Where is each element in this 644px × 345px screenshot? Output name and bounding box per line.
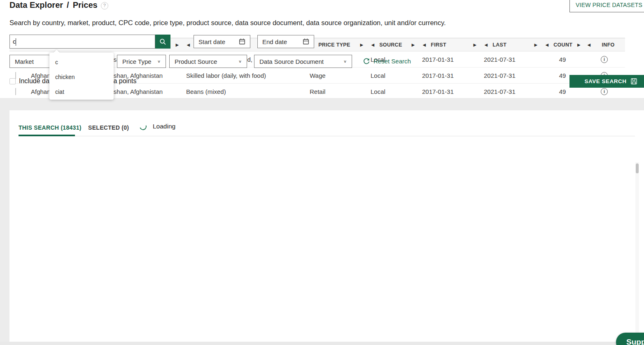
cell-source: Local — [367, 88, 419, 95]
active-tab-underline — [19, 135, 75, 136]
info-icon[interactable]: i — [601, 88, 608, 95]
chevron-down-icon: ∨ — [157, 59, 161, 63]
column-label: LAST — [492, 42, 506, 48]
column-collapse-left-icon[interactable]: ◀ — [588, 43, 590, 47]
product-source-dropdown[interactable]: Product Source ∨ — [169, 55, 247, 68]
column-header-source[interactable]: ◀SOURCE▶ — [367, 38, 419, 51]
cell-last: 2021-07-31 — [481, 88, 541, 95]
cell-first: 2017-01-31 — [419, 88, 481, 95]
text-cursor — [16, 38, 16, 46]
search-suggestions: cchickenciat — [49, 53, 114, 100]
column-label: INFO — [595, 42, 621, 48]
cell-last: 2021-07-31 — [481, 56, 541, 63]
vertical-scrollbar-thumb[interactable] — [636, 163, 639, 173]
search-input[interactable]: c — [9, 35, 155, 49]
save-search-button[interactable]: SAVE SEARCH — [569, 75, 644, 88]
column-collapse-left-icon[interactable]: ◀ — [485, 43, 488, 47]
calendar-icon — [303, 38, 309, 45]
cell-info: i — [583, 56, 625, 63]
column-header-first[interactable]: ◀FIRST▶ — [419, 38, 481, 51]
data-source-document-dropdown-label: Data Source Document — [259, 58, 324, 65]
column-collapse-left-icon[interactable]: ◀ — [187, 43, 190, 47]
column-label: COUNT — [553, 42, 572, 48]
breadcrumb-item-prices: Prices — [73, 0, 98, 9]
end-date-input[interactable]: End date — [257, 35, 314, 48]
cell-source: Local — [367, 72, 419, 79]
price-type-dropdown[interactable]: Price Type ∨ — [117, 55, 166, 68]
column-collapse-right-icon[interactable]: ▶ — [534, 43, 537, 47]
calendar-icon — [239, 38, 245, 45]
cell-product: Beans (mixed) — [183, 88, 306, 95]
results-card: THIS SEARCH (18431) SELECTED (0) Loading — [9, 110, 644, 345]
include-checkbox[interactable] — [9, 78, 16, 84]
cell-price_type: Wage — [306, 72, 367, 79]
suggestion-item[interactable]: chicken — [49, 70, 114, 84]
tab-selected[interactable]: SELECTED (0) — [88, 124, 129, 131]
search-icon — [159, 38, 166, 45]
view-price-datasets-button[interactable]: VIEW PRICE DATASETS — [569, 0, 644, 12]
column-label: FIRST — [431, 42, 446, 48]
loading-spinner-icon — [138, 122, 148, 131]
loading-indicator: Loading — [140, 123, 175, 130]
breadcrumb-separator: / — [67, 0, 69, 9]
cell-last: 2021-07-31 — [481, 72, 541, 79]
search-button[interactable] — [155, 35, 170, 49]
horizontal-scrollbar[interactable] — [0, 342, 644, 345]
cell-price_type: Retail — [306, 88, 367, 95]
cell-count: 49 — [541, 56, 583, 63]
tab-this-search[interactable]: THIS SEARCH (18431) — [19, 124, 82, 131]
column-label: SOURCE — [379, 42, 402, 48]
reset-search-button[interactable]: Reset Search — [363, 58, 411, 65]
view-price-datasets-label: VIEW PRICE DATASETS — [576, 2, 642, 8]
cell-info: i — [583, 88, 625, 95]
column-label: PRICE TYPE — [318, 42, 350, 48]
column-collapse-right-icon[interactable]: ▶ — [360, 43, 363, 47]
data-source-document-dropdown[interactable]: Data Source Document ∨ — [254, 55, 352, 68]
chevron-down-icon: ∨ — [343, 59, 347, 63]
column-header-info[interactable]: ◀INFO — [583, 38, 625, 51]
suggestion-item[interactable]: ciat — [49, 84, 114, 99]
tab-divider — [19, 136, 635, 136]
column-header-last[interactable]: ◀LAST▶ — [481, 38, 541, 51]
vertical-scrollbar[interactable] — [635, 162, 639, 342]
chevron-down-icon: ∨ — [238, 59, 242, 63]
cell-checkbox — [9, 88, 28, 95]
info-icon[interactable]: i — [601, 56, 608, 63]
loading-label: Loading — [153, 123, 175, 130]
refresh-icon — [363, 58, 370, 65]
start-date-placeholder: Start date — [198, 38, 225, 45]
product-source-dropdown-label: Product Source — [175, 58, 217, 65]
row-checkbox[interactable] — [15, 88, 16, 95]
column-collapse-left-icon[interactable]: ◀ — [423, 43, 426, 47]
column-collapse-right-icon[interactable]: ▶ — [412, 43, 415, 47]
reset-search-label: Reset Search — [373, 58, 411, 65]
end-date-placeholder: End date — [262, 38, 287, 45]
column-header-price_type[interactable]: ◀PRICE TYPE▶ — [306, 38, 367, 51]
column-collapse-left-icon[interactable]: ◀ — [371, 43, 374, 47]
cell-first: 2017-01-31 — [419, 72, 481, 79]
column-collapse-right-icon[interactable]: ▶ — [176, 43, 179, 47]
save-icon — [631, 78, 637, 84]
cell-count: 49 — [541, 88, 583, 95]
cell-product: Skilled labor (daily, with food) — [183, 72, 306, 79]
column-collapse-right-icon[interactable]: ▶ — [577, 43, 580, 47]
column-collapse-right-icon[interactable]: ▶ — [474, 43, 476, 47]
save-search-label: SAVE SEARCH — [584, 78, 626, 84]
price-type-dropdown-label: Price Type — [122, 58, 152, 65]
start-date-input[interactable]: Start date — [194, 35, 250, 48]
market-dropdown-label: Market — [15, 58, 34, 65]
breadcrumb-item-data-explorer[interactable]: Data Explorer — [9, 0, 63, 9]
support-button[interactable]: Support — [616, 333, 644, 345]
help-icon[interactable]: ? — [101, 2, 108, 9]
breadcrumb: Data Explorer/Prices? — [9, 0, 108, 10]
column-collapse-left-icon[interactable]: ◀ — [546, 43, 548, 47]
column-header-count[interactable]: ◀COUNT▶ — [541, 38, 583, 51]
cell-first: 2017-01-31 — [419, 56, 481, 63]
page-subtitle: Search by country, market, product, CPC … — [9, 19, 446, 27]
suggestion-item[interactable]: c — [49, 55, 114, 70]
